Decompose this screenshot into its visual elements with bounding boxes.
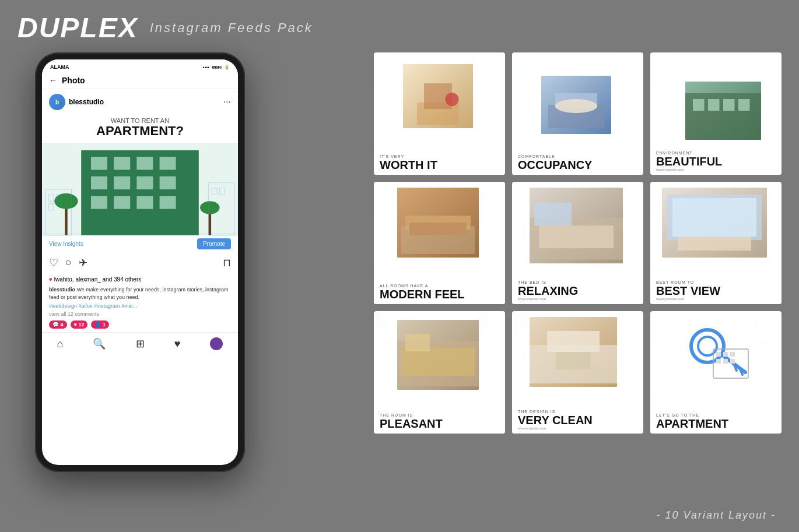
post-image [42, 143, 238, 236]
svg-rect-129 [486, 188, 490, 191]
svg-rect-31 [379, 70, 382, 73]
svg-rect-89 [655, 64, 658, 68]
card-text-area-6: BEST ROOM TO BEST VIEW www.yoursite.com [650, 276, 782, 304]
card-text-area-1: IT'S VERY WORTH IT [374, 150, 505, 175]
svg-rect-23 [209, 183, 235, 235]
card-small-text-9: LET'S GO TO THE [656, 413, 776, 417]
svg-rect-176 [539, 226, 614, 248]
svg-rect-95 [755, 55, 773, 84]
photo-label: Photo [62, 76, 85, 85]
card-small-text-3: ENVIRONMENT [656, 151, 776, 155]
post-main-text: APARTMENT? [49, 124, 231, 138]
heart-filled-icon: ♥ [49, 276, 52, 283]
svg-rect-21 [57, 195, 62, 201]
svg-rect-278 [757, 317, 761, 320]
card-big-text-3: BEAUTIFUL [656, 155, 776, 168]
svg-rect-24 [212, 188, 217, 195]
heart-icon[interactable]: ♡ [49, 256, 58, 269]
notifications-nav-icon[interactable]: ♥ [174, 338, 181, 350]
card-text-area-3: ENVIRONMENT BEAUTIFUL www.yoursite.com [650, 146, 782, 175]
instagram-card-4: ALL ROOMS HAVE A MODERN FEEL [374, 182, 505, 304]
view-comments-link[interactable]: view all 12 comments [42, 310, 238, 318]
card-text-area-4: ALL ROOMS HAVE A MODERN FEEL [374, 279, 505, 304]
card-big-text-6: BEST VIEW [656, 284, 776, 297]
svg-rect-221 [486, 323, 490, 326]
svg-rect-159 [625, 188, 628, 191]
card-image-7 [397, 320, 479, 390]
svg-rect-153 [517, 199, 520, 203]
card-image-4 [397, 188, 479, 258]
svg-rect-236 [401, 348, 475, 376]
svg-rect-151 [517, 193, 520, 197]
phone-mockup: ALAMA ▪▪▪▪ WiFi 🔋 ← Photo b blesstudio ·… [35, 52, 245, 472]
svg-rect-154 [523, 199, 526, 203]
svg-rect-87 [655, 58, 658, 62]
svg-rect-88 [661, 58, 664, 62]
share-icon[interactable]: ✈ [79, 256, 87, 269]
svg-rect-269 [655, 317, 658, 320]
promote-button[interactable]: Promote [197, 238, 231, 249]
view-insights-link[interactable]: View Insights [49, 241, 83, 247]
comment-icon[interactable]: ○ [65, 256, 72, 269]
instagram-card-8: THE DESIGN IS VERY CLEAN www.yoursite.co… [512, 311, 643, 434]
svg-rect-58 [523, 58, 526, 62]
svg-rect-96 [757, 58, 761, 62]
card-text-area-7: THE ROOM IS PLEASANT [374, 408, 505, 434]
phone-screen: ALAMA ▪▪▪▪ WiFi 🔋 ← Photo b blesstudio ·… [42, 59, 238, 465]
svg-rect-302 [730, 352, 735, 357]
svg-rect-20 [48, 195, 54, 201]
svg-rect-19 [45, 189, 72, 235]
instagram-card-1: IT'S VERY WORTH IT [374, 52, 505, 175]
svg-rect-98 [757, 64, 761, 68]
comment-badge: 💬 4 [49, 320, 67, 329]
svg-rect-288 [760, 401, 763, 405]
add-post-icon[interactable]: ⊞ [136, 337, 145, 350]
svg-rect-305 [730, 359, 735, 364]
svg-rect-138 [483, 272, 487, 276]
card-image-5 [530, 188, 623, 263]
svg-rect-67 [625, 58, 628, 62]
search-nav-icon[interactable]: 🔍 [93, 337, 106, 350]
svg-rect-127 [479, 185, 496, 214]
svg-rect-120 [384, 188, 388, 191]
svg-rect-210 [384, 317, 388, 320]
svg-rect-266 [547, 331, 600, 352]
card-url-8: www.yoursite.com [518, 427, 637, 430]
svg-rect-218 [481, 317, 484, 320]
svg-rect-65 [617, 55, 635, 84]
svg-rect-62 [523, 70, 526, 73]
instagram-nav-header: ← Photo [42, 72, 238, 89]
card-big-text-7: PLEASANT [380, 417, 499, 430]
profile-nav-icon[interactable] [210, 337, 223, 350]
svg-rect-223 [379, 401, 382, 405]
variant-label: - 10 Variant Layout - [657, 509, 776, 522]
more-options-icon[interactable]: ··· [223, 97, 231, 107]
svg-point-295 [698, 337, 717, 355]
svg-rect-116 [723, 99, 735, 111]
svg-rect-41 [379, 143, 382, 146]
svg-rect-69 [625, 64, 628, 68]
card-image-8 [530, 317, 617, 387]
phone-frame: ALAMA ▪▪▪▪ WiFi 🔋 ← Photo b blesstudio ·… [35, 52, 245, 472]
svg-rect-25 [220, 188, 225, 195]
svg-rect-271 [655, 323, 658, 326]
svg-rect-22 [48, 204, 54, 210]
svg-rect-59 [517, 64, 520, 68]
svg-rect-301 [723, 352, 728, 357]
svg-rect-270 [661, 317, 664, 320]
wifi-icon: WiFi [212, 65, 222, 70]
bookmark-icon[interactable]: ⊓ [223, 256, 231, 269]
card-big-text-4: MODERN FEEL [380, 288, 499, 301]
card-small-text-6: BEST ROOM TO [656, 280, 776, 284]
instagram-card-2: COMFORTABLE OCCUPANCY [512, 52, 643, 175]
brand-title: DUPLEX [17, 12, 138, 44]
svg-rect-228 [483, 401, 487, 405]
svg-rect-161 [625, 193, 628, 197]
card-small-text-5: THE BED IS [518, 280, 637, 284]
likes-text: lwahito, alexman_ and 394 others [54, 276, 142, 283]
svg-rect-90 [661, 64, 664, 68]
home-nav-icon[interactable]: ⌂ [57, 338, 64, 350]
svg-rect-229 [489, 401, 493, 405]
card-text-area-8: THE DESIGN IS VERY CLEAN www.yoursite.co… [512, 405, 643, 434]
back-arrow-icon[interactable]: ← [49, 76, 57, 85]
